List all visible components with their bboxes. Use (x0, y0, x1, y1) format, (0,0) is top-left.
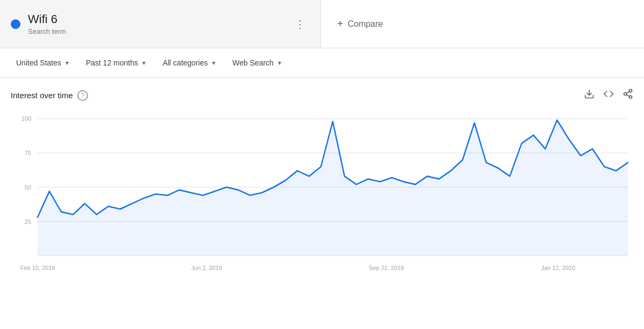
svg-text:Feb 10, 2019: Feb 10, 2019 (20, 265, 55, 271)
svg-text:Sep 22, 2019: Sep 22, 2019 (369, 265, 404, 271)
svg-text:100: 100 (21, 115, 31, 122)
categories-label: All categories (163, 59, 208, 67)
filters-bar: United States ▼ Past 12 months ▼ All cat… (0, 48, 644, 78)
compare-button[interactable]: + Compare (337, 18, 383, 30)
categories-filter[interactable]: All categories ▼ (157, 55, 222, 70)
search-type-label: Web Search (232, 59, 274, 67)
time-range-chevron-icon: ▼ (141, 60, 147, 66)
svg-text:25: 25 (25, 218, 31, 224)
time-range-filter[interactable]: Past 12 months ▼ (80, 55, 152, 70)
compare-label: Compare (348, 19, 383, 29)
chart-section: Interest over time ? (0, 78, 644, 295)
top-bar: Wifi 6 Search term ⋮ + Compare (0, 0, 644, 48)
search-type-chevron-icon: ▼ (277, 60, 282, 66)
svg-line-4 (626, 94, 630, 96)
help-icon[interactable]: ? (77, 90, 88, 101)
svg-text:Jun 2, 2019: Jun 2, 2019 (191, 265, 222, 271)
svg-text:Jan 12, 2020: Jan 12, 2020 (541, 265, 575, 271)
term-color-dot (11, 19, 20, 29)
embed-icon[interactable] (603, 89, 614, 102)
chart-title-area: Interest over time ? (11, 90, 88, 101)
search-term-text: Wifi 6 Search term (28, 12, 66, 35)
svg-text:50: 50 (25, 184, 31, 191)
chart-title: Interest over time (11, 91, 73, 100)
trend-fill-area (38, 120, 628, 255)
location-filter[interactable]: United States ▼ (11, 55, 75, 70)
plus-icon: + (337, 18, 343, 30)
search-term-left: Wifi 6 Search term (11, 12, 66, 35)
chart-container: 100 75 50 25 Feb 10, 2019 Jun 2, 2019 Se… (11, 107, 633, 290)
location-label: United States (16, 59, 61, 67)
svg-line-5 (626, 91, 630, 93)
search-type-filter[interactable]: Web Search ▼ (227, 55, 288, 70)
search-term-subtitle: Search term (28, 27, 66, 35)
search-term-title: Wifi 6 (28, 12, 66, 26)
chart-actions (584, 89, 633, 102)
location-chevron-icon: ▼ (64, 60, 70, 66)
more-options-icon[interactable]: ⋮ (290, 14, 310, 34)
categories-chevron-icon: ▼ (211, 60, 216, 66)
chart-header: Interest over time ? (11, 89, 633, 102)
search-term-card: Wifi 6 Search term ⋮ (0, 0, 321, 48)
share-icon[interactable] (623, 89, 633, 102)
time-range-label: Past 12 months (86, 59, 138, 67)
svg-text:75: 75 (25, 150, 31, 156)
trend-chart: 100 75 50 25 Feb 10, 2019 Jun 2, 2019 Se… (11, 107, 633, 290)
compare-section: + Compare (321, 0, 644, 48)
download-icon[interactable] (584, 89, 595, 102)
